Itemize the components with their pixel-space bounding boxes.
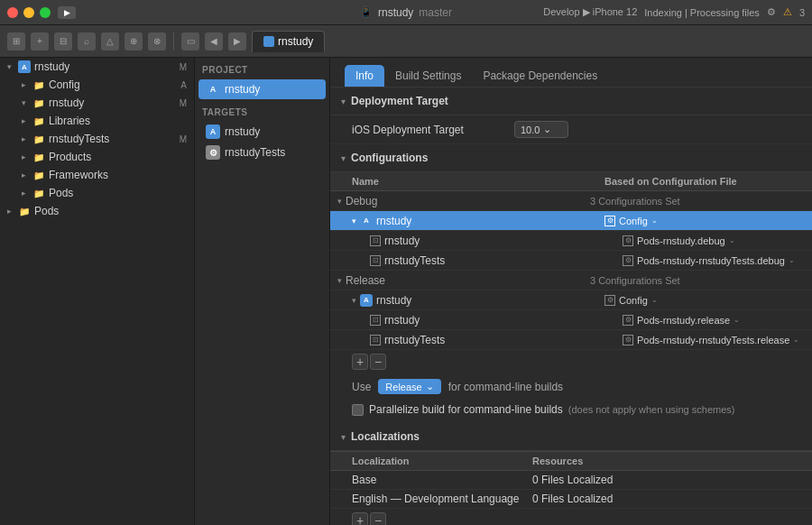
app-target-icon: A [360,215,373,227]
use-for-label: for command-line builds [448,381,563,393]
tab-info[interactable]: Info [345,65,384,87]
deployment-target-header[interactable]: ▾ Deployment Target [330,88,812,115]
chevron-down-icon: ⌄ [734,316,740,324]
grid-icon[interactable]: ⊞ [7,32,25,51]
chevron-right-icon: ▸ [22,80,32,89]
play-button[interactable]: ▶ [58,6,76,19]
chevron-down-icon: ⌄ [543,124,551,135]
name-column-header: Name [352,176,604,187]
app-target-icon: A [360,294,373,307]
ios-deployment-target-row: iOS Deployment Target 10.0 ⌄ [330,115,812,144]
file-icon: ⊡ [370,335,381,345]
forward-icon[interactable]: ▶ [228,32,246,51]
add-remove-row: + − [330,350,812,373]
folder-icon: 📁 [32,78,45,91]
project-navigator: PROJECT A rnstudy TARGETS A rnstudy ⚙ rn… [195,58,330,525]
tab-bar: rnstudy [252,31,325,52]
sidebar-item-pods-root[interactable]: ▸ 📁 Pods [0,202,194,220]
sidebar-item-products[interactable]: ▸ 📁 Products [0,148,194,166]
config-row-debug-rnstudy-file: ⊡ rnstudy ⚙ Pods-rnstudy.debug ⌄ [330,231,812,251]
tab-build-settings[interactable]: Build Settings [384,65,472,87]
section-chevron-icon: ▾ [341,97,346,106]
minimize-button[interactable] [23,7,34,18]
use-dropdown[interactable]: Release ⌄ [378,379,440,394]
app-icon: 📱 [360,6,373,18]
add-configuration-button[interactable]: + [352,354,368,370]
folder-icon: 📁 [18,205,31,217]
config-row-release-rnstudytests-file: ⊡ rnstudyTests ⚙ Pods-rnstudy-rnstudyTes… [330,330,812,350]
chevron-right-icon: ▸ [22,152,32,161]
chevron-down-icon: ▾ [352,216,356,226]
settings-panel: Info Build Settings Package Dependencies… [330,58,812,525]
sidebar-item-rnstudy-root[interactable]: ▾ A rnstudy M [0,58,194,76]
add-localization-button[interactable]: + [352,512,368,525]
section-chevron-icon: ▾ [341,153,346,163]
tab-package-dependencies[interactable]: Package Dependencies [472,65,608,87]
ios-deployment-label: iOS Deployment Target [352,124,514,136]
nav-item-project[interactable]: A rnstudy [198,79,326,99]
active-file-tab[interactable]: rnstudy [252,31,325,52]
sidebar-item-rnstudy[interactable]: ▾ 📁 rnstudy M [0,94,194,112]
project-name: rnstudy [378,6,413,19]
project-icon: A [18,60,31,73]
test-target-icon: ⚙ [206,145,220,160]
nav-item-rnstudy-target[interactable]: A rnstudy [198,122,326,142]
scheme-label: Develop ▶ iPhone 12 [543,6,637,18]
localization-col-header: Localization [352,456,532,466]
fullscreen-button[interactable] [40,7,51,18]
plus-icon[interactable]: + [31,32,49,51]
config-row-debug-rnstudy[interactable]: ▾ A rnstudy ⚙ Config ⌄ [330,211,812,231]
chevron-down-icon: ▾ [337,197,342,206]
content-area: PROJECT A rnstudy TARGETS A rnstudy ⚙ rn… [195,58,812,525]
branch-name: master [419,6,452,19]
lock-icon[interactable]: ⊗ [148,32,166,51]
back-icon[interactable]: ◀ [205,32,223,51]
parallelize-checkbox[interactable] [352,404,364,416]
ios-version-dropdown[interactable]: 10.0 ⌄ [514,121,568,138]
folder-icon: 📁 [32,133,45,145]
status-text: Indexing | Processing files [644,7,760,18]
config-row-release-section: ▾ Release 3 Configurations Set [330,271,812,290]
parallelize-row: Parallelize build for command-line build… [330,400,812,419]
rect-icon[interactable]: ▭ [181,32,199,51]
nav-item-rnstudytests-target[interactable]: ⚙ rnstudyTests [198,143,326,162]
localizations-header[interactable]: ▾ Localizations [330,423,812,451]
chevron-right-icon: ▸ [22,116,32,125]
sidebar-item-frameworks[interactable]: ▸ 📁 Frameworks [0,166,194,184]
main-layout: ▾ A rnstudy M ▸ 📁 Config A ▾ 📁 rnstudy M… [0,58,812,525]
config-table-header: Name Based on Configuration File [330,172,812,191]
configurations-section-title: Configurations [351,152,428,164]
use-label: Use [352,381,371,393]
chevron-right-icon: ▸ [22,189,32,198]
filter-icon[interactable]: ⊟ [54,32,72,51]
targets-section-header: TARGETS [195,100,329,121]
hierarchy-icon[interactable]: ⊕ [125,32,143,51]
divider [173,32,174,51]
spinner-icon: ⚙ [767,6,776,18]
sidebar-item-pods-nested[interactable]: ▸ 📁 Pods [0,184,194,202]
folder-icon: 📁 [32,187,45,199]
remove-localization-button[interactable]: − [370,512,386,525]
config-file-icon: ⚙ [623,235,633,246]
config-row-release-rnstudy-file: ⊡ rnstudy ⚙ Pods-rnstudy.release ⌄ [330,310,812,330]
config-row-release-rnstudy[interactable]: ▾ A rnstudy ⚙ Config ⌄ [330,290,812,310]
close-button[interactable] [7,7,18,18]
file-icon: ⊡ [370,235,381,246]
configurations-header[interactable]: ▾ Configurations [330,144,812,172]
remove-configuration-button[interactable]: − [370,354,386,370]
use-row: Use Release ⌄ for command-line builds [330,373,812,400]
sidebar-item-rnstudytests[interactable]: ▸ 📁 rnstudyTests M [0,130,194,148]
search-icon[interactable]: ⌕ [78,32,96,51]
titlebar: ▶ 📱 rnstudy master Develop ▶ iPhone 12 I… [0,0,812,25]
config-file-icon: ⚙ [604,216,615,226]
sidebar-item-config[interactable]: ▸ 📁 Config A [0,76,194,94]
settings-tabs: Info Build Settings Package Dependencies [330,58,812,88]
file-icon: ⊡ [370,255,381,266]
config-row-debug-section: ▾ Debug 3 Configurations Set [330,191,812,211]
loc-add-remove-row: + − [330,509,812,525]
config-row-debug-rnstudytests-file: ⊡ rnstudyTests ⚙ Pods-rnstudy-rnstudyTes… [330,251,812,271]
file-navigator: ▾ A rnstudy M ▸ 📁 Config A ▾ 📁 rnstudy M… [0,58,195,525]
config-file-icon: ⚙ [623,315,633,326]
warning-filter-icon[interactable]: △ [101,32,119,51]
sidebar-item-libraries[interactable]: ▸ 📁 Libraries [0,112,194,130]
